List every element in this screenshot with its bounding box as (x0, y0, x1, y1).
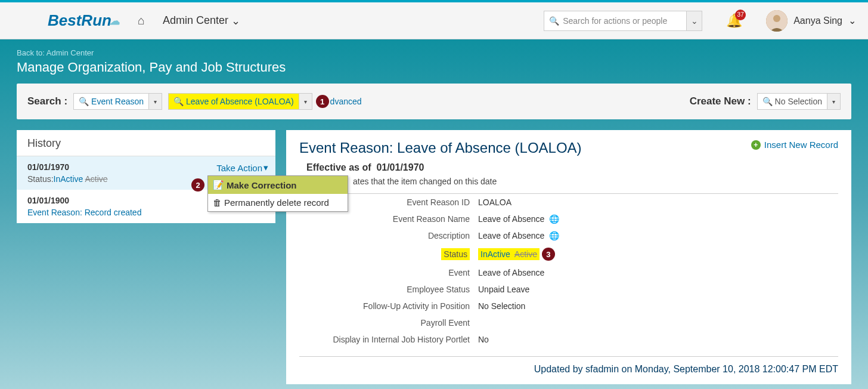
filter-leave-of-absence[interactable]: 🔍 Leave of Absence (LOALOA) (168, 93, 299, 110)
filter2-dropdown[interactable]: ▾ (299, 93, 312, 110)
field-employee-status: Employee Status Unpaid Leave (299, 281, 838, 298)
filter2-text: Leave of Absence (LOALOA) (186, 97, 294, 106)
field-description: Description Leave of Absence🌐 (299, 227, 838, 244)
caret-down-icon: ▾ (264, 162, 268, 173)
create-new-dropdown[interactable]: ▾ (827, 93, 841, 110)
globe-icon[interactable]: 🌐 (549, 214, 559, 224)
logo-text: BestRun (48, 11, 111, 30)
field-follow-up: Follow-Up Activity in Position No Select… (299, 298, 838, 314)
create-new-label: Create New : (690, 95, 751, 107)
field-display-portlet: Display in Internal Job History Portlet … (299, 331, 838, 348)
breadcrumb-area: Back to: Admin Center Manage Organizatio… (0, 39, 868, 84)
search-icon: 🔍 (79, 97, 89, 106)
create-new-value: No Selection (775, 97, 822, 106)
chevron-down-icon: ⌄ (231, 14, 240, 27)
field-payroll-event: Payroll Event (299, 314, 838, 331)
filter-event-reason[interactable]: 🔍 Event Reason (73, 93, 149, 110)
search-icon: 🔍 (549, 16, 559, 26)
callout-3: 3 (542, 248, 555, 261)
user-menu[interactable]: Aanya Sing ⌄ (766, 10, 856, 32)
advanced-link[interactable]: dvanced (330, 97, 362, 106)
plus-icon: + (751, 140, 761, 150)
field-event-reason-name: Event Reason Name Leave of Absence🌐 (299, 211, 838, 227)
callout-1: 1 (316, 95, 329, 108)
notifications[interactable]: 🔔 37 (726, 13, 742, 29)
trash-icon: 🗑 (213, 197, 222, 208)
svg-point-1 (773, 15, 780, 22)
updated-by: Updated by sfadmin on Monday, September … (299, 356, 838, 375)
detail-panel: Event Reason: Leave of Absence (LOALOA) … (286, 130, 851, 384)
search-placeholder: Search for actions or people (563, 16, 667, 26)
search-icon: 🔍 (173, 97, 184, 106)
chevron-down-icon: ⌄ (848, 15, 856, 26)
breadcrumb-back[interactable]: Back to: Admin Center (17, 48, 94, 57)
change-note: ates that the item changed on this date (299, 173, 838, 194)
take-action-link[interactable]: Take Action ▾ (216, 162, 268, 173)
filter1-dropdown[interactable]: ▾ (149, 93, 162, 110)
cloud-icon: ☁ (109, 14, 120, 27)
field-status: Status InActive Active 3 (299, 244, 838, 264)
home-icon[interactable]: ⌂ (138, 14, 145, 27)
detail-title: Event Reason: Leave of Absence (LOALOA) (299, 140, 582, 156)
filter1-text: Event Reason (91, 97, 144, 106)
menu-make-correction[interactable]: 2 📝 Make Correction (208, 176, 348, 194)
global-search[interactable]: 🔍 Search for actions or people (544, 11, 687, 31)
top-bar: BestRun ☁ ⌂ Admin Center ⌄ 🔍 Search for … (0, 2, 868, 39)
create-new-select[interactable]: 🔍 No Selection (757, 93, 827, 110)
field-event: Event Leave of Absence (299, 264, 838, 281)
avatar (766, 10, 788, 32)
globe-icon[interactable]: 🌐 (549, 231, 559, 240)
search-label: Search : (27, 95, 67, 107)
nav-label: Admin Center (163, 14, 228, 27)
page-title: Manage Organization, Pay and Job Structu… (17, 60, 851, 75)
history-title: History (17, 130, 275, 156)
search-icon: 🔍 (762, 97, 773, 106)
search-dropdown[interactable]: ⌄ (687, 11, 702, 31)
user-name: Aanya Sing (793, 16, 842, 26)
nav-admin-center[interactable]: Admin Center ⌄ (163, 14, 240, 27)
content-area: History 01/01/1970 Status:InActive Activ… (0, 119, 868, 389)
history-panel: History 01/01/1970 Status:InActive Activ… (17, 130, 275, 223)
notification-badge: 37 (735, 10, 746, 20)
history-item-active[interactable]: 01/01/1970 Status:InActive Active Take A… (17, 156, 275, 190)
take-action-menu: 2 📝 Make Correction 🗑 Permanently delete… (207, 175, 348, 212)
field-event-reason-id: Event Reason ID LOALOA (299, 194, 838, 211)
callout-2: 2 (191, 178, 204, 192)
logo[interactable]: BestRun ☁ (48, 11, 120, 30)
search-bar: Search : 🔍 Event Reason ▾ 🔍 Leave of Abs… (17, 84, 851, 119)
insert-new-record[interactable]: + Insert New Record (751, 140, 838, 150)
effective-date: Effective as of 01/01/1970 (299, 162, 838, 173)
menu-delete-record[interactable]: 🗑 Permanently delete record (208, 194, 348, 211)
edit-icon: 📝 (213, 180, 224, 190)
